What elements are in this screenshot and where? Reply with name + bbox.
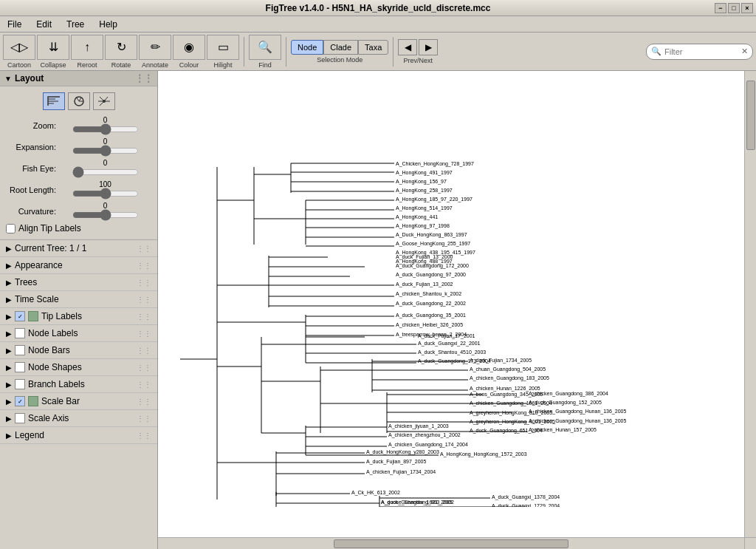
layout-polar-button[interactable] — [68, 92, 90, 110]
root-length-slider[interactable] — [72, 188, 139, 199]
svg-text:A_Goose_HongKong_255_1997: A_Goose_HongKong_255_1997 — [396, 241, 470, 247]
node-shapes-checkbox[interactable] — [15, 362, 25, 372]
node-labels-arrow-icon: ▶ — [6, 330, 12, 338]
reroot-tool: ↑ Reroot — [71, 35, 103, 69]
filter-box: 🔍 ✕ — [646, 44, 753, 60]
annotate-button[interactable]: ✏ — [139, 35, 171, 60]
branch-labels-checkbox[interactable] — [15, 379, 25, 389]
sidebar-item-time-scale[interactable]: ▶ Time Scale ⋮⋮ — [0, 291, 157, 308]
menu-edit[interactable]: Edit — [32, 18, 56, 31]
maximize-button[interactable]: □ — [728, 3, 740, 13]
svg-text:A_HongKong_514_1997: A_HongKong_514_1997 — [396, 205, 453, 211]
sidebar-item-appearance[interactable]: ▶ Appearance ⋮⋮ — [0, 257, 157, 274]
close-button[interactable]: × — [741, 3, 753, 13]
layout-arrow-icon: ▼ — [4, 75, 12, 83]
svg-text:A_chicken_Fujian_1734_2004: A_chicken_Fujian_1734_2004 — [366, 469, 436, 475]
sidebar-item-branch-labels[interactable]: ▶ Branch Labels ⋮⋮ — [0, 376, 157, 393]
prev-button[interactable]: ◀ — [398, 39, 417, 55]
current-tree-arrow-icon: ▶ — [6, 245, 12, 253]
align-tip-labels-row: Align Tip Labels — [6, 223, 151, 233]
node-bars-drag-icon: ⋮⋮ — [137, 347, 151, 355]
filter-clear-button[interactable]: ✕ — [741, 47, 748, 56]
sidebar-item-trees[interactable]: ▶ Trees ⋮⋮ — [0, 274, 157, 291]
scale-bar-drag-icon: ⋮⋮ — [137, 398, 151, 406]
svg-text:A_chicken_Shantou_k_2002: A_chicken_Shantou_k_2002 — [396, 291, 461, 297]
svg-text:A_chicken_zhengzhou_1_2002: A_chicken_zhengzhou_1_2002 — [388, 432, 461, 438]
sidebar-item-scale-bar[interactable]: ▶ ✓ Scale Bar ⋮⋮ — [0, 393, 157, 410]
selection-node-button[interactable]: Node — [291, 40, 323, 55]
menu-tree[interactable]: Tree — [62, 18, 89, 31]
node-shapes-label: Node Shapes — [28, 362, 82, 372]
reroot-button[interactable]: ↑ — [71, 35, 103, 60]
tip-labels-checkbox[interactable]: ✓ — [15, 311, 25, 321]
cartoon-button[interactable]: ◁▷ — [3, 35, 35, 60]
layout-radial-button[interactable] — [93, 92, 115, 110]
svg-text:A_duck_Guangdong_152_2005: A_duck_Guangdong_152_2005 — [529, 400, 602, 406]
node-bars-checkbox[interactable] — [15, 345, 25, 355]
find-label: Find — [258, 61, 272, 69]
node-labels-label: Node Labels — [28, 328, 78, 338]
zoom-slider[interactable] — [72, 124, 139, 134]
colour-button[interactable]: ◉ — [173, 35, 205, 60]
menu-help[interactable]: Help — [94, 18, 122, 31]
fish-eye-slider[interactable] — [72, 167, 139, 177]
branch-labels-arrow-icon: ▶ — [6, 381, 12, 389]
collapse-label: Collapse — [40, 61, 66, 69]
scale-axis-arrow-icon: ▶ — [6, 415, 12, 423]
node-bars-arrow-icon: ▶ — [6, 347, 12, 355]
cartoon-tool: ◁▷ Cartoon — [3, 35, 35, 69]
reroot-icon: ↑ — [84, 41, 90, 53]
align-tip-labels-label: Align Tip Labels — [18, 223, 81, 233]
sidebar-item-current-tree[interactable]: ▶ Current Tree: 1 / 1 ⋮⋮ — [0, 240, 157, 257]
collapse-icon: ⇊ — [49, 41, 58, 53]
tip-labels-arrow-icon: ▶ — [6, 313, 12, 321]
layout-section-header[interactable]: ▼ Layout ⋮⋮ — [0, 71, 157, 86]
sidebar-item-legend[interactable]: ▶ Legend ⋮⋮ — [0, 427, 157, 444]
h-scroll-thumb[interactable] — [334, 539, 568, 548]
layout-rectangular-button[interactable] — [43, 92, 65, 110]
svg-text:A_HongKong_97_1998: A_HongKong_97_1998 — [396, 223, 450, 229]
v-scroll-thumb[interactable] — [746, 81, 755, 151]
hilight-button[interactable]: ▭ — [207, 35, 239, 60]
sidebar-item-node-shapes[interactable]: ▶ Node Shapes ⋮⋮ — [0, 359, 157, 376]
tip-labels-drag-icon: ⋮⋮ — [137, 313, 151, 321]
vertical-scrollbar[interactable] — [744, 71, 756, 537]
svg-text:A_duck_HongKong_y280_2003: A_duck_HongKong_y280_2003 — [366, 449, 439, 455]
scale-bar-checkbox[interactable]: ✓ — [15, 396, 25, 406]
sidebar-item-node-bars[interactable]: ▶ Node Bars ⋮⋮ — [0, 342, 157, 359]
trees-label: Trees — [15, 277, 37, 287]
align-tip-labels-checkbox[interactable] — [6, 224, 16, 233]
rotate-button[interactable]: ↻ — [105, 35, 137, 60]
horizontal-scrollbar[interactable] — [158, 537, 756, 549]
current-tree-drag-icon: ⋮⋮ — [137, 245, 151, 253]
toolbar-separator-1 — [244, 37, 244, 67]
selection-clade-button[interactable]: Clade — [323, 40, 358, 55]
sidebar-item-node-labels[interactable]: ▶ Node Labels ⋮⋮ — [0, 325, 157, 342]
scale-bar-icon — [28, 396, 38, 406]
find-tool: 🔍 Find — [249, 35, 281, 69]
scale-axis-checkbox[interactable] — [15, 413, 25, 423]
curvature-row: Curvature: 0 — [6, 202, 151, 220]
minimize-button[interactable]: − — [715, 3, 726, 13]
layout-icons — [6, 92, 151, 110]
svg-text:A_HongKong_185_97_220_1997: A_HongKong_185_97_220_1997 — [396, 197, 472, 202]
svg-text:A_goose_Shantou_1621_2005: A_goose_Shantou_1621_2005 — [381, 499, 453, 505]
left-panel: ▼ Layout ⋮⋮ Zoom: 0 — [0, 71, 158, 549]
sidebar-item-scale-axis[interactable]: ▶ Scale Axis ⋮⋮ — [0, 410, 157, 427]
node-labels-checkbox[interactable] — [15, 328, 25, 338]
svg-text:A_duck_Guangxi_22_2001: A_duck_Guangxi_22_2001 — [418, 341, 481, 347]
toolbar: ◁▷ Cartoon ⇊ Collapse ↑ Reroot ↻ Rotate … — [0, 33, 756, 71]
layout-drag-handle[interactable]: ⋮⋮ — [135, 73, 153, 83]
filter-input[interactable] — [664, 47, 738, 56]
time-scale-arrow-icon: ▶ — [6, 296, 12, 304]
next-button[interactable]: ▶ — [419, 39, 438, 55]
curvature-slider[interactable] — [72, 210, 139, 220]
find-button[interactable]: 🔍 — [249, 35, 281, 60]
svg-text:A_chicken_Guangdong_Hunan_136_: A_chicken_Guangdong_Hunan_136_2005 — [529, 409, 626, 415]
selection-taxa-button[interactable]: Taxa — [358, 40, 388, 55]
expansion-slider[interactable] — [72, 146, 139, 156]
collapse-button[interactable]: ⇊ — [37, 35, 69, 60]
menu-file[interactable]: File — [3, 18, 26, 31]
fish-eye-row: Fish Eye: 0 — [6, 159, 151, 177]
sidebar-item-tip-labels[interactable]: ▶ ✓ Tip Labels ⋮⋮ — [0, 308, 157, 325]
